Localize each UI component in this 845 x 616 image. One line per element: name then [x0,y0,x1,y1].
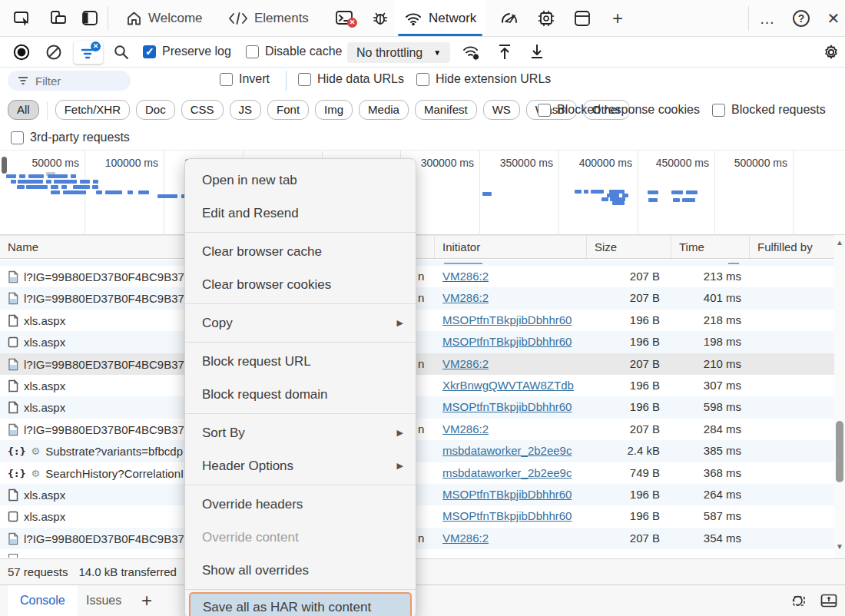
menu-item-save-all-as-har-with-content[interactable]: Save all as HAR with content [189,592,412,616]
column-header-initiator[interactable]: Initiator [434,236,586,260]
menu-item-override-headers[interactable]: Override headers [185,488,416,521]
column-header-time[interactable]: Time [671,236,749,260]
type-chip-css[interactable]: CSS [181,100,224,120]
invert-checkbox[interactable]: Invert [220,72,270,86]
initiator-link[interactable]: XkrBnwgQWVTAW8ZTdb [442,379,581,392]
table-row[interactable]: {:}⚙Substrate?variants=bfbcdpmsbdatawork… [0,440,834,462]
type-chip-img[interactable]: Img [315,100,353,120]
type-chip-fetch-xhr[interactable]: Fetch/XHR [55,100,130,120]
initiator-link[interactable]: VM286:2 [442,291,581,304]
disable-cache-checkbox[interactable]: Disable cache [246,45,343,58]
drawer-add-tab-button[interactable]: + [129,585,164,616]
drawer-tab-console[interactable]: Console [8,585,78,616]
scrollbar-thumb[interactable] [836,421,843,482]
table-row[interactable]: {:}⚙SearchHistory?CorrelationImsbdatawor… [0,462,834,485]
column-header-size[interactable]: Size [586,236,671,260]
network-conditions-button[interactable] [459,41,484,64]
hide-extension-urls-checkbox[interactable]: Hide extension URLs [416,72,551,86]
drawer-refresh-panel-button[interactable] [785,590,808,611]
search-network-button[interactable] [109,41,134,64]
menu-item-edit-and-resend[interactable]: Edit and Resend [185,197,416,230]
scroll-up-icon[interactable]: ▲ [835,238,844,247]
table-row[interactable]: xls.aspxXkrBnwgQWVTAW8ZTdb196 B307 ms [0,375,834,397]
console-tool-button[interactable]: ✕ [333,8,356,29]
third-party-requests-checkbox[interactable]: 3rd-party requests [11,131,130,144]
type-chip-media[interactable]: Media [359,100,409,120]
initiator-link[interactable]: MSOPtfnTBkpjibDbhhr60 [442,313,581,326]
table-row[interactable]: xls.aspxMSOPtfnTBkpjibDbhhr60196 B587 ms [0,505,834,528]
initiator-link[interactable]: MSOPtfnTBkpjibDbhhr60 [442,335,581,348]
debugger-tool-button[interactable] [369,8,392,29]
drawer-tab-issues[interactable]: Issues [74,585,134,616]
throttling-select[interactable]: No throttling ▼ [347,42,450,63]
type-chip-ws[interactable]: WS [483,100,520,120]
blocked-requests-checkbox[interactable]: Blocked requests [712,103,826,117]
filter-input[interactable]: Filter [8,71,131,91]
initiator-link[interactable]: VM286:2 [442,422,581,436]
menu-item-label: Clear browser cache [202,244,322,259]
menu-item-clear-browser-cache[interactable]: Clear browser cache [185,235,416,268]
type-chip-manifest[interactable]: Manifest [415,100,477,120]
table-row[interactable]: l?IG=99B80ED37B0F4BC9B37nVM286:2207 B284… [0,419,834,441]
initiator-link[interactable]: msbdataworker_2b2ee9c [442,444,581,457]
network-settings-button[interactable] [819,41,843,64]
menu-item-block-request-domain[interactable]: Block request domain [185,378,416,411]
record-network-log-button[interactable] [9,41,34,64]
menu-item-sort-by[interactable]: Sort By▶ [185,416,416,449]
table-row[interactable]: xls.aspxMSOPtfnTBkpjibDbhhr60196 B198 ms [0,331,834,353]
menu-item-header-options[interactable]: Header Options▶ [185,449,416,482]
export-har-button[interactable] [525,41,549,64]
menu-item-open-in-new-tab[interactable]: Open in new tab [185,164,416,197]
close-devtools-button[interactable]: ✕ [822,8,845,29]
tab-network[interactable]: Network [395,0,485,36]
inspect-element-button[interactable] [11,8,34,29]
filter-toggle-button[interactable]: ✕ [74,41,103,64]
import-har-button[interactable] [492,41,517,64]
type-chip-doc[interactable]: Doc [136,100,175,120]
initiator-link[interactable]: VM286:2 [442,270,581,283]
table-row[interactable]: xls.aspxMSOPtfnTBkpjibDbhhr60196 B598 ms [0,396,834,419]
table-row[interactable]: xls.aspxMSOPtfnTBkpjibDbhhr60196 B264 ms [0,484,834,506]
table-row[interactable]: l?IG=99B80ED37B0F4BC9B37nVM286:2207 B210… [0,353,834,376]
initiator-link[interactable]: MSOPtfnTBkpjibDbhhr60 [442,488,581,501]
clear-network-log-button[interactable] [41,41,66,64]
initiator-link[interactable]: msbdataworker_2b2ee9c [442,466,581,479]
table-row[interactable]: xls.aspxMSOPtfnTBkpjibDbhhr60196 B218 ms [0,310,834,332]
tab-welcome[interactable]: Welcome [117,0,212,36]
menu-item-clear-browser-cookies[interactable]: Clear browser cookies [185,268,416,301]
column-header-fulfilled-by[interactable]: Fulfilled by [749,236,834,260]
time-cell: 264 ms [671,488,741,501]
preserve-log-checkbox[interactable]: Preserve log [143,45,231,58]
type-chip-font[interactable]: Font [267,100,309,120]
menu-item-show-all-overrides[interactable]: Show all overrides [185,554,416,587]
device-emulation-button[interactable] [46,8,69,29]
scroll-down-icon[interactable]: ▼ [835,542,844,551]
expand-drawer-button[interactable] [817,590,840,611]
type-chip-all[interactable]: All [8,100,39,120]
help-button[interactable]: ? [790,8,813,29]
table-scrollbar[interactable]: ▲ ▼ [834,235,845,558]
menu-item-copy[interactable]: Copy▶ [185,306,416,339]
menu-item-block-request-url[interactable]: Block request URL [185,345,416,378]
more-tools-button[interactable]: + [606,8,629,29]
dock-panel-button[interactable] [78,8,101,29]
initiator-link[interactable]: MSOPtfnTBkpjibDbhhr60 [442,509,581,522]
memory-tool-button[interactable] [535,8,558,29]
table-row[interactable]: l?IG=99B80ED37B0F4BC9B37nVM286:2207 B354… [0,528,834,550]
initiator-link[interactable]: VM286:2 [442,357,581,370]
more-options-button[interactable]: … [756,8,779,29]
tab-elements[interactable]: Elements [219,0,318,36]
performance-tool-button[interactable] [498,8,521,29]
blocked-response-cookies-checkbox[interactable]: Blocked response cookies [538,103,700,117]
timeline-request-bar [73,185,90,189]
initiator-link[interactable]: VM286:2 [442,532,581,545]
type-chip-js[interactable]: JS [230,100,262,120]
timeline-drag-handle[interactable] [2,157,7,174]
table-row[interactable]: l?IG=99B80ED37B0F4BC9B37nVM286:2207 B213… [0,266,834,288]
timeline-request-bar [648,190,658,194]
application-tool-button[interactable] [571,8,594,29]
table-row[interactable]: l?IG=99B80ED37B0F4BC9B37nVM286:2207 B401… [0,287,834,310]
initiator-link[interactable]: MSOPtfnTBkpjibDbhhr60 [442,400,581,413]
hide-data-urls-checkbox[interactable]: Hide data URLs [298,72,404,86]
network-overview-timeline[interactable]: 50000 ms100000 ms150000 ms200000 ms25000… [0,151,845,235]
